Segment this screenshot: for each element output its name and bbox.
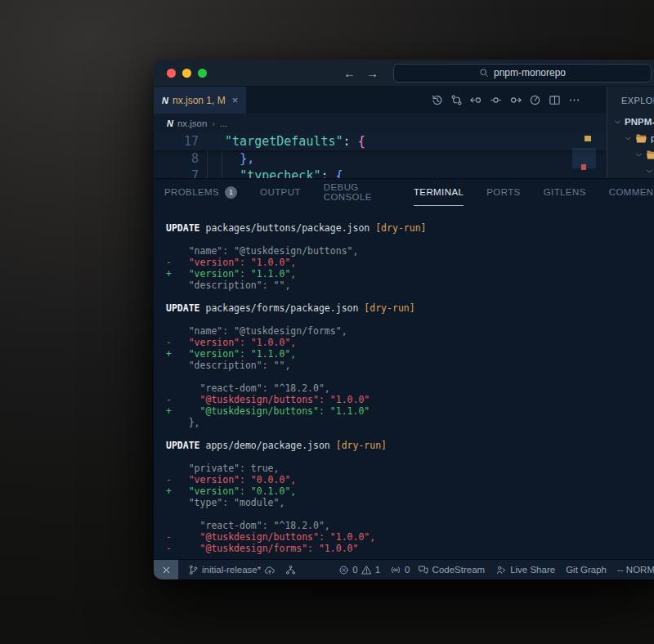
terminal-line bbox=[166, 234, 654, 245]
previous-change-icon[interactable] bbox=[470, 94, 482, 106]
codestream[interactable]: CodeStream bbox=[418, 565, 486, 575]
panel-tab-output[interactable]: OUTPUT bbox=[260, 179, 301, 206]
open-change-icon[interactable] bbox=[490, 94, 502, 106]
code-text: "targetDefaults": { bbox=[210, 133, 365, 150]
diff-context: "name": "@tuskdesign/forms", bbox=[166, 325, 347, 337]
panel-tab-ports[interactable]: PORTS bbox=[486, 179, 520, 206]
token: { bbox=[358, 134, 365, 149]
package-path: packages/forms/package.json bbox=[200, 302, 365, 314]
command-center-search[interactable]: pnpm-monorepo bbox=[393, 64, 652, 83]
problems-summary-label: 0 bbox=[352, 565, 357, 575]
tab-nx-json[interactable]: N nx.json 1, M × bbox=[154, 87, 246, 114]
panel-tab-debug-console[interactable]: DEBUG CONSOLE bbox=[324, 179, 391, 206]
diff-addition: + "version": "0.1.0", bbox=[166, 485, 296, 497]
minimap[interactable] bbox=[572, 133, 596, 178]
problems-count-badge: 1 bbox=[225, 186, 237, 199]
explorer-sidebar: EXPLOR PNPM-Mp bbox=[607, 87, 654, 178]
diff-context: "name": "@tuskdesign/buttons", bbox=[166, 245, 358, 257]
search-icon bbox=[479, 68, 489, 78]
breadcrumb-file[interactable]: nx.json bbox=[177, 119, 207, 128]
ports-forwarded[interactable]: 0 bbox=[390, 565, 410, 575]
minimize-window-button[interactable] bbox=[182, 69, 191, 78]
remote-indicator[interactable] bbox=[154, 560, 178, 579]
diff-context: "type": "module", bbox=[166, 497, 284, 508]
terminal-line: "description": "", bbox=[166, 360, 654, 371]
close-window-button[interactable] bbox=[167, 69, 176, 78]
sidebar-item[interactable]: p bbox=[607, 130, 654, 146]
titlebar: ← → pnpm-monorepo bbox=[154, 60, 654, 87]
panel-tab-problems[interactable]: PROBLEMS1 bbox=[164, 179, 237, 206]
split-editor-icon[interactable] bbox=[549, 94, 561, 106]
tab-label: nx.json bbox=[172, 95, 204, 106]
update-label: UPDATE bbox=[166, 440, 200, 451]
panel-tab-comments[interactable]: COMMENTS bbox=[609, 179, 654, 206]
terminal-line bbox=[166, 428, 654, 440]
token bbox=[210, 134, 225, 149]
diff-context: "description": "", bbox=[166, 280, 290, 291]
terminal-line: "react-dom": "^18.2.0", bbox=[166, 520, 654, 531]
terminal-line bbox=[166, 451, 654, 463]
folder-icon bbox=[646, 150, 654, 160]
terminal-line: - "@tuskdesign/buttons": "1.0.0", bbox=[166, 531, 654, 543]
vim-mode-label: -- NORM bbox=[617, 565, 654, 575]
terminal-line: - "version": "1.0.0", bbox=[166, 337, 654, 348]
gitlens-icon[interactable] bbox=[529, 94, 541, 106]
chevron-down-icon bbox=[614, 119, 621, 126]
panel-tab-terminal[interactable]: TERMINAL bbox=[414, 179, 464, 206]
diff-deletion: - "version": "0.0.0", bbox=[166, 474, 296, 485]
zoom-window-button[interactable] bbox=[198, 69, 207, 78]
minimap-modified-mark bbox=[585, 136, 591, 141]
history-icon[interactable] bbox=[431, 94, 443, 106]
source-control[interactable] bbox=[285, 565, 296, 575]
more-icon[interactable] bbox=[568, 94, 580, 106]
panel-tab-gitlens[interactable]: GITLENS bbox=[544, 179, 586, 206]
back-button[interactable]: ← bbox=[343, 67, 356, 79]
editor-column: N nx.json 1, M × N nx.json › ... 17 "tar… bbox=[154, 87, 607, 178]
live-share[interactable]: Live Share bbox=[495, 565, 555, 575]
terminal[interactable]: UPDATE packages/buttons/package.json [dr… bbox=[154, 206, 654, 559]
upper-region: N nx.json 1, M × N nx.json › ... 17 "tar… bbox=[154, 87, 654, 178]
token bbox=[210, 168, 240, 178]
close-tab-icon[interactable]: × bbox=[232, 94, 239, 106]
editor[interactable]: 17 "targetDefaults": {8 },7 "typecheck":… bbox=[154, 133, 607, 178]
breadcrumb[interactable]: N nx.json › ... bbox=[154, 114, 607, 133]
code-text: }, bbox=[210, 150, 254, 168]
statusbar-left: initial-release*010 bbox=[154, 560, 410, 579]
vim-mode[interactable]: -- NORM bbox=[617, 565, 654, 575]
git-compare-icon[interactable] bbox=[450, 94, 463, 106]
line-number: 7 bbox=[154, 168, 210, 178]
diff-deletion: - "version": "1.0.0", bbox=[166, 337, 296, 348]
terminal-line: - "version": "1.0.0", bbox=[166, 257, 654, 268]
terminal-line: "name": "@tuskdesign/forms", bbox=[166, 325, 654, 337]
broadcast-icon bbox=[390, 565, 401, 575]
git-graph[interactable]: Git Graph bbox=[566, 565, 607, 575]
diff-deletion: - "@tuskdesign/buttons": "1.0.0" bbox=[166, 394, 370, 405]
breadcrumb-rest[interactable]: ... bbox=[220, 119, 228, 128]
panel-tab-label: OUTPUT bbox=[260, 187, 301, 197]
desktop-background: ← → pnpm-monorepo N nx.json 1, M × bbox=[0, 0, 654, 644]
git-branch-label: initial-release* bbox=[202, 565, 261, 575]
token: }, bbox=[240, 151, 254, 166]
git-branch[interactable]: initial-release* bbox=[188, 565, 275, 575]
sidebar-item[interactable]: PNPM-M bbox=[607, 114, 654, 130]
line-number: 17 bbox=[154, 133, 210, 150]
problems-summary[interactable]: 01 bbox=[338, 565, 380, 575]
chevron-down-icon bbox=[625, 135, 632, 142]
sidebar-item[interactable] bbox=[607, 146, 654, 163]
update-label: UPDATE bbox=[166, 302, 200, 314]
forward-button[interactable]: → bbox=[366, 67, 379, 79]
token bbox=[210, 151, 240, 166]
next-change-icon[interactable] bbox=[509, 94, 522, 106]
update-label: UPDATE bbox=[166, 222, 200, 234]
liveshare-icon bbox=[495, 565, 507, 575]
vscode-window: ← → pnpm-monorepo N nx.json 1, M × bbox=[154, 60, 654, 579]
terminal-line: "description": "", bbox=[166, 280, 654, 291]
source-control-icon bbox=[285, 565, 296, 575]
dry-run-label: [dry-run] bbox=[364, 302, 414, 314]
explorer-header[interactable]: EXPLOR bbox=[607, 87, 654, 114]
terminal-line bbox=[166, 508, 654, 520]
sidebar-item[interactable] bbox=[607, 163, 654, 178]
package-path: apps/demo/package.json bbox=[200, 440, 336, 451]
codestream-icon bbox=[418, 565, 429, 575]
bottom-panel: PROBLEMS1OUTPUTDEBUG CONSOLETERMINALPORT… bbox=[154, 178, 654, 559]
